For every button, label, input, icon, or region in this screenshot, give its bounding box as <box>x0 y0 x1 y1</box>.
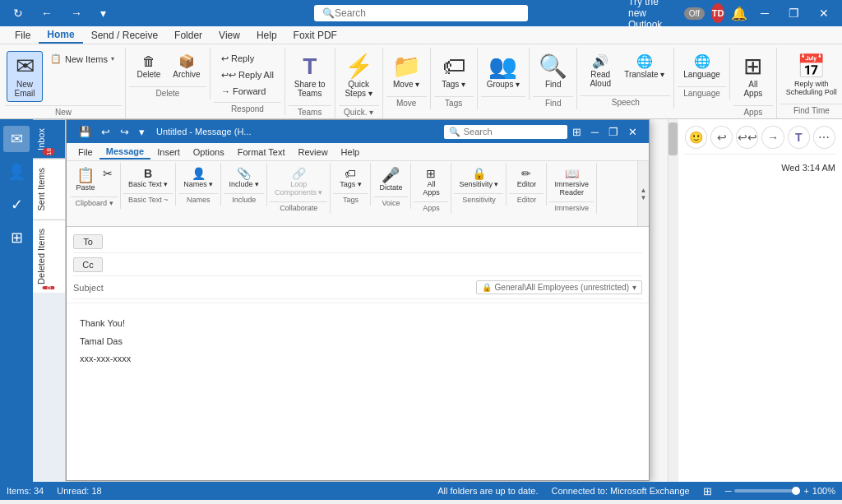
ribbon-group-find-label: Find <box>533 96 573 108</box>
compose-text-area[interactable]: Thank You! Tamal Das xxx-xxx-xxxx <box>67 303 649 480</box>
menu-view[interactable]: View <box>210 28 248 43</box>
delete-btn[interactable]: 🗑 Delete <box>131 51 167 83</box>
new-items-btn[interactable]: 📋 New Items ▾ <box>44 51 120 67</box>
minimize-btn[interactable]: ─ <box>754 3 775 23</box>
restore-btn[interactable]: ❐ <box>782 3 806 23</box>
sidebar-tasks-icon[interactable]: ✓ <box>3 192 30 218</box>
view-icons[interactable]: ⊞ <box>703 485 712 497</box>
right-reply-btn[interactable]: ↩ <box>710 126 733 149</box>
compose-redo-btn[interactable]: ↪ <box>115 124 134 140</box>
search-bar[interactable]: 🔍 <box>314 5 528 21</box>
nav-inbox[interactable]: 18 Inbox <box>33 119 65 159</box>
menu-home[interactable]: Home <box>39 27 82 44</box>
compose-minimize-btn[interactable]: ─ <box>586 124 604 140</box>
compose-undo-btn[interactable]: ↩ <box>96 124 115 140</box>
compose-more-btn[interactable]: ▾ <box>134 124 150 140</box>
cc-label-btn[interactable]: Cc <box>73 257 103 272</box>
main-scrollbar[interactable] <box>668 119 678 482</box>
compose-menu-help[interactable]: Help <box>335 146 367 159</box>
sidebar-mail-icon[interactable]: ✉ <box>3 126 30 152</box>
compose-search-input[interactable] <box>464 127 562 136</box>
compose-cut-btn[interactable]: ✂ <box>99 164 116 183</box>
close-btn[interactable]: ✕ <box>812 3 835 23</box>
compose-editor-btn[interactable]: ✏ Editor <box>511 164 542 192</box>
right-reply-all-btn[interactable]: ↩↩ <box>736 126 758 149</box>
move-btn[interactable]: 📁 Move ▾ <box>388 51 425 93</box>
groups-btn[interactable]: 👥 Groups ▾ <box>483 51 525 93</box>
compose-search[interactable]: 🔍 <box>444 125 567 139</box>
reply-all-btn[interactable]: ↩↩ Reply All <box>215 67 280 83</box>
menu-folder[interactable]: Folder <box>166 28 210 43</box>
menu-file[interactable]: File <box>7 28 39 43</box>
compose-menu-insert[interactable]: Insert <box>150 146 187 159</box>
reply-btn[interactable]: ↩ Reply <box>215 51 280 67</box>
search-input[interactable] <box>335 7 499 19</box>
forward-btn[interactable]: → <box>64 3 89 23</box>
scheduling-poll-btn[interactable]: 📅 Reply withScheduling Poll <box>782 51 841 100</box>
find-btn[interactable]: 🔍 Find <box>534 51 571 93</box>
compose-immersive-btn[interactable]: 📖 ImmersiveReader <box>551 164 592 200</box>
translate-btn[interactable]: 🌐 Translate ▾ <box>620 51 669 83</box>
compose-expand-btn[interactable]: ⊞ <box>567 124 586 140</box>
compose-menu-review[interactable]: Review <box>292 146 335 159</box>
to-input[interactable] <box>109 237 642 247</box>
nav-deleted[interactable]: 9 Deleted Items <box>33 220 65 293</box>
language-btn[interactable]: 🌐 Language <box>679 51 724 83</box>
refresh-btn[interactable]: ↻ <box>7 3 30 23</box>
back-btn[interactable]: ← <box>35 3 59 23</box>
compose-close-btn[interactable]: ✕ <box>623 124 642 140</box>
cc-input[interactable] <box>109 260 642 270</box>
all-apps-btn[interactable]: ⊞ AllApps <box>735 51 771 102</box>
compose-include-btn[interactable]: 📎 Include ▾ <box>225 164 262 192</box>
subject-input[interactable] <box>123 283 476 293</box>
compose-tags-btn[interactable]: 🏷 Tags ▾ <box>335 164 366 192</box>
emoji-btn[interactable]: 🙂 <box>685 126 707 149</box>
compose-basictext-btn[interactable]: B Basic Text ▾ <box>125 164 171 192</box>
right-teams-btn[interactable]: T <box>788 126 810 149</box>
zoom-in-btn[interactable]: + <box>803 486 808 496</box>
sensitivity-badge[interactable]: 🔒 General\All Employees (unrestricted) ▾ <box>476 280 642 294</box>
compose-menu-format[interactable]: Format Text <box>231 146 292 159</box>
share-to-teams-btn[interactable]: T Share toTeams <box>290 51 330 102</box>
to-label-btn[interactable]: To <box>73 234 103 249</box>
zoom-slider[interactable] <box>734 489 800 492</box>
avatar[interactable]: TD <box>711 3 724 23</box>
compose-menu-file[interactable]: File <box>72 146 99 159</box>
outlook-toggle[interactable]: Off <box>684 7 705 20</box>
quick-steps-btn[interactable]: ⚡ QuickSteps ▾ <box>340 51 377 102</box>
compose-menu-options[interactable]: Options <box>187 146 231 159</box>
more-btn[interactable]: ▾ <box>94 3 113 23</box>
compose-dictate-btn[interactable]: 🎤 Dictate <box>375 164 406 195</box>
zoom-out-btn[interactable]: ─ <box>725 486 732 496</box>
tags-btn[interactable]: 🏷 Tags ▾ <box>436 51 472 93</box>
menu-foxit[interactable]: Foxit PDF <box>285 28 345 43</box>
compose-sensitivity-btn[interactable]: 🔒 Sensitivity ▾ <box>456 164 502 192</box>
forward-btn-ribbon[interactable]: → Forward <box>215 84 280 99</box>
ribbon-group-groups-label <box>481 96 526 99</box>
compose-apps-btn[interactable]: ⊞ AllApps <box>415 164 446 200</box>
ribbon-scroll-right[interactable]: ▲ ▼ <box>637 161 649 226</box>
bell-icon[interactable]: 🔔 <box>731 6 747 21</box>
nav-sent[interactable]: Sent Items <box>33 159 65 220</box>
sidebar-contacts-icon[interactable]: 👤 <box>3 159 30 185</box>
new-email-btn[interactable]: ✉ NewEmail <box>7 51 43 102</box>
right-more-btn[interactable]: ⋯ <box>813 126 835 149</box>
compose-save-btn[interactable]: 💾 <box>73 124 96 140</box>
compose-paste-btn[interactable]: 📋 Paste <box>72 164 99 195</box>
sidebar-apps-icon[interactable]: ⊞ <box>3 224 30 251</box>
compose-restore-btn[interactable]: ❐ <box>604 124 623 140</box>
inbox-badge: 18 <box>43 148 55 155</box>
read-aloud-btn[interactable]: 🔊 ReadAloud <box>582 51 618 92</box>
sensitivity-icon: 🔒 <box>472 168 486 179</box>
menu-send-receive[interactable]: Send / Receive <box>83 28 166 43</box>
right-forward-btn[interactable]: → <box>761 126 784 149</box>
panel-date: Wed 3:14 AM <box>685 160 835 176</box>
scroll-thumb[interactable] <box>669 123 678 155</box>
subject-label: Subject <box>73 283 123 293</box>
compose-names-btn[interactable]: 👤 Names ▾ <box>180 164 216 192</box>
compose-menu-message[interactable]: Message <box>99 145 150 160</box>
search-icon: 🔍 <box>322 7 335 19</box>
archive-btn[interactable]: 📦 Archive <box>169 51 205 83</box>
compose-apps-icon: ⊞ <box>426 168 436 179</box>
menu-help[interactable]: Help <box>248 28 285 43</box>
